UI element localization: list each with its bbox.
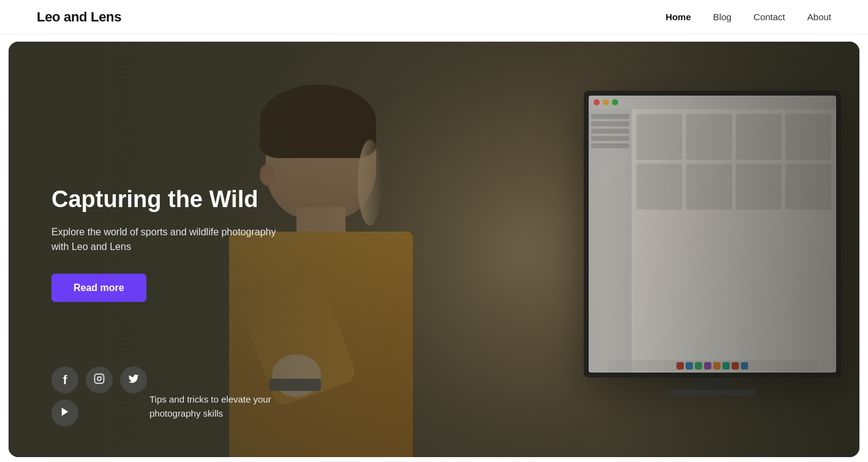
nav-link-blog[interactable]: Blog <box>713 12 731 22</box>
nav-item-blog[interactable]: Blog <box>713 12 731 23</box>
site-logo[interactable]: Leo and Lens <box>37 9 121 25</box>
hero-title: Capturing the Wild <box>51 186 284 214</box>
hero-section: Capturing the Wild Explore the world of … <box>9 42 859 457</box>
instagram-symbol <box>94 373 105 387</box>
youtube-icon[interactable] <box>51 400 78 426</box>
nav-link-home[interactable]: Home <box>665 12 691 22</box>
nav-item-home[interactable]: Home <box>665 12 691 23</box>
header: Leo and Lens Home Blog Contact About <box>0 0 868 34</box>
tips-text: Tips and tricks to elevate your photogra… <box>149 393 284 420</box>
facebook-symbol: f <box>63 373 67 387</box>
svg-rect-0 <box>95 374 104 384</box>
svg-marker-3 <box>62 407 69 416</box>
social-row-1: f <box>51 366 147 393</box>
svg-point-2 <box>101 376 102 377</box>
nav-item-about[interactable]: About <box>807 12 831 23</box>
main-nav: Home Blog Contact About <box>665 12 831 23</box>
social-section: f <box>51 366 147 426</box>
twitter-icon[interactable] <box>120 366 147 393</box>
nav-link-about[interactable]: About <box>807 12 831 22</box>
instagram-icon[interactable] <box>86 366 113 393</box>
svg-point-1 <box>97 377 101 381</box>
youtube-symbol <box>59 406 70 420</box>
hero-content: Capturing the Wild Explore the world of … <box>51 186 284 302</box>
social-row-2 <box>51 400 147 426</box>
twitter-symbol <box>128 373 139 387</box>
facebook-icon[interactable]: f <box>51 366 78 393</box>
nav-link-contact[interactable]: Contact <box>753 12 785 22</box>
read-more-button[interactable]: Read more <box>51 273 146 301</box>
hero-subtitle: Explore the world of sports and wildlife… <box>51 224 284 254</box>
nav-item-contact[interactable]: Contact <box>753 12 785 23</box>
